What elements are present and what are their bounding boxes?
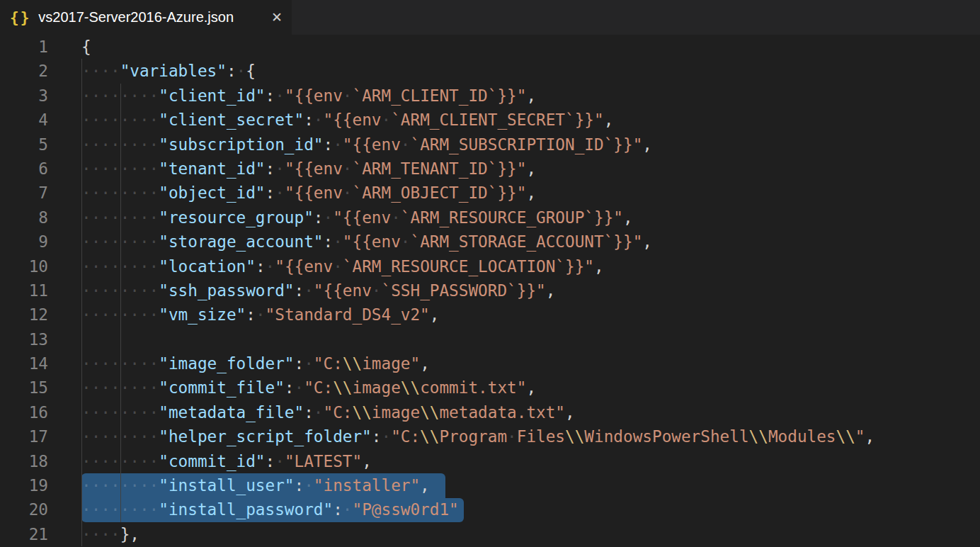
code-line[interactable]: ········"subscription_id":·"{{env·`ARM_S…	[81, 132, 874, 157]
line-number[interactable]: 3	[0, 84, 48, 108]
code-line[interactable]	[81, 327, 874, 351]
close-tab-icon[interactable]: ✕	[271, 11, 283, 24]
line-number[interactable]: 12	[0, 303, 48, 327]
line-number[interactable]: 4	[0, 108, 48, 132]
code-token-ws: ·	[507, 427, 517, 446]
line-number[interactable]: 19	[0, 473, 48, 497]
code-token-ws: ·	[343, 184, 353, 202]
code-token-pun: :	[324, 232, 334, 251]
code-token-str: "installer"	[314, 476, 420, 495]
code-token-str: image	[353, 378, 401, 397]
code-token-key: "client_secret"	[159, 111, 304, 129]
code-token-ws: ········	[81, 111, 159, 129]
line-number[interactable]: 8	[0, 205, 48, 230]
code-token-str: metadata.txt"	[439, 403, 565, 422]
code-token-str: "{{env	[324, 111, 382, 129]
line-number[interactable]: 13	[0, 327, 48, 351]
code-line[interactable]: ········"commit_file":·"C:\\image\\commi…	[81, 376, 874, 400]
code-token-ws: ·	[343, 159, 353, 178]
code-line[interactable]: ········"commit_id":·"LATEST",	[81, 449, 874, 473]
code-token-str: "{{env	[285, 86, 343, 105]
code-token-key: "subscription_id"	[159, 135, 323, 154]
code-area[interactable]: {····"variables":·{········"client_id":·…	[81, 35, 874, 546]
code-token-str: "P@ssw0rd1"	[353, 500, 459, 519]
code-token-ws: ·	[266, 257, 275, 276]
line-number[interactable]: 11	[0, 278, 48, 303]
code-token-esc: \\	[401, 378, 420, 397]
code-token-str: WindowsPowerShell	[584, 427, 748, 446]
code-token-pun: ,	[565, 403, 575, 422]
code-token-ws: ·	[237, 62, 246, 80]
code-line[interactable]: ····"variables":·{	[81, 59, 874, 83]
code-line[interactable]: ········"install_password":·"P@ssw0rd1"	[81, 497, 874, 521]
code-token-str: `SSH_PASSWORD`}}"	[382, 281, 546, 300]
code-token-pun: },	[120, 525, 139, 543]
line-number[interactable]: 21	[0, 522, 48, 546]
code-token-pun: ,	[526, 184, 536, 202]
code-token-esc: \\	[420, 403, 439, 422]
code-line[interactable]: ········"storage_account":·"{{env·`ARM_S…	[81, 230, 874, 254]
code-token-pun: {	[246, 62, 256, 80]
code-token-ws: ········	[81, 257, 159, 276]
gutter: 123456789101112131415161718192021	[0, 35, 48, 546]
code-token-str: "	[855, 427, 865, 446]
code-token-key: "metadata_file"	[159, 403, 304, 422]
code-token-ws: ····	[81, 525, 120, 543]
code-token-ws: ········	[81, 281, 159, 300]
code-token-pun: ,	[420, 354, 430, 373]
code-token-str: "{{env	[333, 208, 391, 227]
line-number[interactable]: 16	[0, 400, 48, 424]
line-number[interactable]: 7	[0, 181, 48, 205]
code-token-ws: ········	[81, 184, 159, 202]
code-line[interactable]: ········"object_id":·"{{env·`ARM_OBJECT_…	[81, 181, 874, 205]
code-line[interactable]: ········"client_id":·"{{env·`ARM_CLIENT_…	[81, 84, 874, 108]
code-token-ws: ········	[81, 232, 159, 251]
code-line[interactable]: ········"ssh_password":·"{{env·`SSH_PASS…	[81, 278, 874, 303]
code-token-str: "{{env	[275, 257, 333, 276]
json-file-icon: {}	[10, 9, 30, 26]
line-number[interactable]: 10	[0, 254, 48, 278]
code-token-str: `ARM_CLIENT_ID`}}"	[353, 86, 527, 105]
tab-bar: {} vs2017-Server2016-Azure.json ✕	[0, 0, 980, 35]
code-line[interactable]: ········"resource_group":·"{{env·`ARM_RE…	[81, 205, 874, 230]
tab-file[interactable]: {} vs2017-Server2016-Azure.json ✕	[0, 0, 292, 35]
code-token-pun: :	[295, 476, 304, 495]
code-token-key: "vm_size"	[159, 305, 246, 324]
code-token-str: `ARM_RESOURCE_GROUP`}}"	[401, 208, 623, 227]
code-token-pun: :	[266, 86, 275, 105]
code-line[interactable]: ········"metadata_file":·"C:\\image\\met…	[81, 400, 874, 424]
editor: 123456789101112131415161718192021 {····"…	[0, 35, 980, 547]
code-line[interactable]: ········"image_folder":·"C:\\image",	[81, 351, 874, 376]
line-number[interactable]: 18	[0, 449, 48, 473]
line-number[interactable]: 9	[0, 230, 48, 254]
code-token-ws: ·	[372, 281, 382, 300]
code-token-str: "{{env	[343, 135, 401, 154]
line-number[interactable]: 17	[0, 424, 48, 449]
code-token-esc: \\	[749, 427, 768, 446]
code-token-esc: \\	[353, 403, 372, 422]
line-number[interactable]: 6	[0, 157, 48, 181]
code-line[interactable]: ········"vm_size":·"Standard_DS4_v2",	[81, 303, 874, 327]
code-line[interactable]: ········"client_secret":·"{{env·`ARM_CLI…	[81, 108, 874, 132]
code-line[interactable]: ····},	[81, 522, 874, 546]
code-token-str: "C:	[304, 378, 333, 397]
code-token-ws: ·	[275, 86, 285, 105]
code-line[interactable]: {	[81, 35, 874, 59]
code-line[interactable]: ········"helper_script_folder":·"C:\\Pro…	[81, 424, 874, 449]
code-token-str: `ARM_RESOURCE_LOCATION`}}"	[343, 257, 594, 276]
line-number[interactable]: 5	[0, 132, 48, 157]
code-token-esc: \\	[565, 427, 584, 446]
line-number[interactable]: 2	[0, 59, 48, 83]
code-token-pun: :	[266, 452, 275, 470]
code-token-key: "install_password"	[159, 500, 333, 519]
code-line[interactable]: ········"location":·"{{env·`ARM_RESOURCE…	[81, 254, 874, 278]
line-number[interactable]: 1	[0, 35, 48, 59]
code-token-str: "C:	[324, 403, 353, 422]
code-line[interactable]: ········"install_user":·"installer",	[81, 473, 874, 497]
line-number[interactable]: 15	[0, 376, 48, 400]
line-number[interactable]: 14	[0, 351, 48, 376]
code-token-ws: ·	[343, 500, 353, 519]
code-token-ws: ·	[314, 111, 324, 129]
line-number[interactable]: 20	[0, 497, 48, 521]
code-line[interactable]: ········"tenant_id":·"{{env·`ARM_TENANT_…	[81, 157, 874, 181]
